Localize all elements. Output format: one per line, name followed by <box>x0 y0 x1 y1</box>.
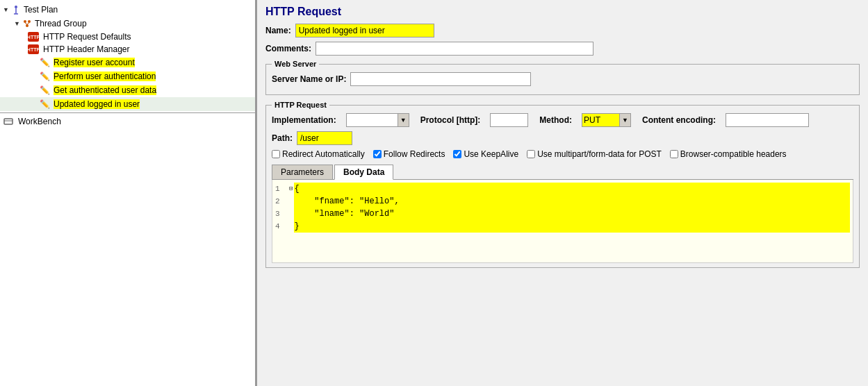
code-content-2: "fname": "Hello", <box>294 195 850 208</box>
tree-item-auth[interactable]: ✏️ Perform user authentication <box>0 69 255 83</box>
code-content-1: { <box>294 183 850 195</box>
comments-row: Comments: <box>265 42 860 56</box>
browser-compat-label: Browser-compatible headers <box>680 149 787 159</box>
impl-label: Implementation: <box>272 115 336 125</box>
tree-item-workbench[interactable]: WorkBench <box>0 115 255 128</box>
tree-panel: ▼ Test Plan ▼ Thread Group HTTP HTTP Req… <box>0 0 257 386</box>
redirect-auto-check[interactable] <box>272 150 280 158</box>
server-name-row: Server Name or IP: <box>272 72 853 86</box>
comments-input[interactable] <box>316 42 593 56</box>
keepalive-label: Use KeepAlive <box>464 149 518 159</box>
code-line-1: 1 ⊟ { <box>275 183 850 195</box>
multipart-label: Use multipart/form-data for POST <box>537 149 662 159</box>
register-label: Register user account <box>54 58 135 67</box>
svg-point-5 <box>26 24 28 27</box>
name-row: Name: <box>265 24 860 37</box>
pencil-icon-getdata: ✏️ <box>39 85 50 96</box>
http-request-legend: HTTP Request <box>272 101 329 109</box>
code-line-3: 3 ⊟ "lname": "World" <box>275 208 850 220</box>
web-server-legend: Web Server <box>272 60 319 68</box>
line-num-4: 4 <box>275 220 289 233</box>
line-num-2: 2 <box>275 195 289 208</box>
keepalive-checkbox: Use KeepAlive <box>453 149 518 159</box>
protocol-label: Protocol [http]: <box>420 115 481 125</box>
line-num-1: 1 <box>275 183 289 195</box>
threadgroup-label: Thread Group <box>35 19 87 28</box>
checkboxes-row: Redirect Automatically Follow Redirects … <box>272 149 853 159</box>
name-label: Name: <box>265 26 291 35</box>
pencil-icon-register: ✏️ <box>39 57 50 68</box>
pencil-icon-auth: ✏️ <box>39 71 50 82</box>
browser-compat-checkbox: Browser-compatible headers <box>670 149 787 159</box>
http-icon-defaults: HTTP <box>28 32 39 42</box>
tree-item-http-defaults[interactable]: HTTP HTTP Request Defaults <box>0 31 255 43</box>
http-icon-header: HTTP <box>28 44 39 54</box>
impl-select[interactable] <box>346 113 398 127</box>
redirect-auto-checkbox: Redirect Automatically <box>272 149 365 159</box>
updated-label: Updated logged in user <box>54 99 140 109</box>
getdata-label: Get authenticated user data <box>54 85 156 95</box>
impl-select-wrapper: ▼ <box>346 113 409 127</box>
tree-item-getdata[interactable]: ✏️ Get authenticated user data <box>0 83 255 97</box>
svg-point-0 <box>15 6 17 8</box>
method-dropdown-arrow[interactable]: ▼ <box>620 113 631 127</box>
multipart-checkbox: Use multipart/form-data for POST <box>527 149 662 159</box>
svg-point-4 <box>28 20 31 23</box>
threadgroup-icon <box>22 18 33 29</box>
keepalive-check[interactable] <box>453 150 461 158</box>
browser-compat-check[interactable] <box>670 150 678 158</box>
tree-item-register[interactable]: ✏️ Register user account <box>0 56 255 69</box>
http-header-label: HTTP Header Manager <box>43 44 130 54</box>
line-num-3: 3 <box>275 208 289 220</box>
tab-body-data[interactable]: Body Data <box>334 165 393 180</box>
tabs-row: Parameters Body Data <box>272 165 853 180</box>
server-name-label: Server Name or IP: <box>272 74 346 84</box>
code-editor[interactable]: 1 ⊟ { 2 ⊟ "fname": "Hello", 3 ⊟ "lname":… <box>272 180 853 263</box>
follow-redirects-label: Follow Redirects <box>384 149 445 159</box>
tree-item-updated[interactable]: ✏️ Updated logged in user <box>0 97 255 111</box>
tree-item-testplan[interactable]: ▼ Test Plan <box>0 3 255 17</box>
follow-redirects-checkbox: Follow Redirects <box>373 149 445 159</box>
http-defaults-label: HTTP Request Defaults <box>43 32 131 42</box>
server-name-input[interactable] <box>350 72 531 86</box>
code-line-4: 4 ⊟ } <box>275 220 850 233</box>
workbench-icon <box>3 116 14 127</box>
http-request-section: HTTP Request Implementation: ▼ Protocol … <box>265 101 860 268</box>
expand-icon-thread: ▼ <box>14 20 20 27</box>
tree-item-threadgroup[interactable]: ▼ Thread Group <box>0 17 255 31</box>
right-panel: HTTP Request Name: Comments: Web Server … <box>257 0 868 386</box>
svg-line-6 <box>25 23 27 24</box>
auth-label: Perform user authentication <box>54 72 156 81</box>
protocol-input[interactable] <box>490 113 528 127</box>
path-row: Path: <box>272 131 853 145</box>
content-enc-input[interactable] <box>726 113 809 127</box>
path-label: Path: <box>272 133 293 143</box>
code-line-2: 2 ⊟ "fname": "Hello", <box>275 195 850 208</box>
svg-line-7 <box>27 23 29 24</box>
tab-parameters[interactable]: Parameters <box>272 165 333 179</box>
code-content-4: } <box>294 220 850 233</box>
method-label: Method: <box>539 115 572 125</box>
svg-point-3 <box>24 20 26 23</box>
panel-divider <box>0 112 255 113</box>
redirect-auto-label: Redirect Automatically <box>282 149 365 159</box>
svg-rect-8 <box>4 119 13 124</box>
name-input[interactable] <box>295 24 434 37</box>
multipart-check[interactable] <box>527 150 535 158</box>
expand-icon: ▼ <box>3 6 9 13</box>
method-wrapper: ▼ <box>582 113 631 127</box>
testplan-icon <box>10 4 22 15</box>
expand-btn-1[interactable]: ⊟ <box>289 183 293 195</box>
pencil-icon-updated: ✏️ <box>39 99 50 110</box>
testplan-label: Test Plan <box>24 5 58 15</box>
impl-dropdown-arrow[interactable]: ▼ <box>398 113 409 127</box>
comments-label: Comments: <box>265 44 311 53</box>
page-title: HTTP Request <box>265 6 860 18</box>
method-input[interactable] <box>582 113 620 127</box>
follow-redirects-check[interactable] <box>373 150 382 158</box>
web-server-section: Web Server Server Name or IP: <box>265 60 860 95</box>
impl-row: Implementation: ▼ Protocol [http]: Metho… <box>272 113 853 127</box>
code-content-3: "lname": "World" <box>294 208 850 220</box>
path-input[interactable] <box>297 131 352 145</box>
tree-item-http-header[interactable]: HTTP HTTP Header Manager <box>0 43 255 56</box>
